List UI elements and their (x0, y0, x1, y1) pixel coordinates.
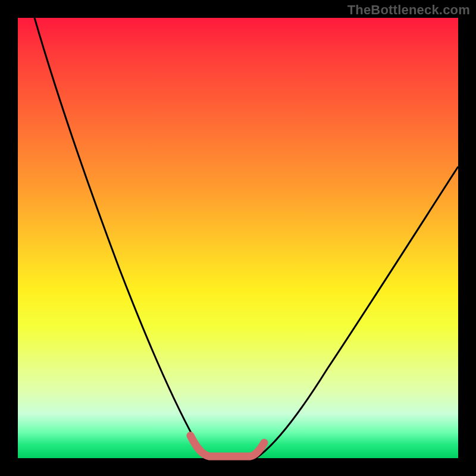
left-curve (35, 18, 208, 458)
trough-highlight (190, 436, 264, 456)
watermark-text: TheBottleneck.com (347, 2, 470, 18)
right-curve (256, 167, 458, 458)
plot-area (18, 18, 458, 458)
chart-svg (18, 18, 458, 458)
chart-frame: TheBottleneck.com (0, 0, 476, 476)
